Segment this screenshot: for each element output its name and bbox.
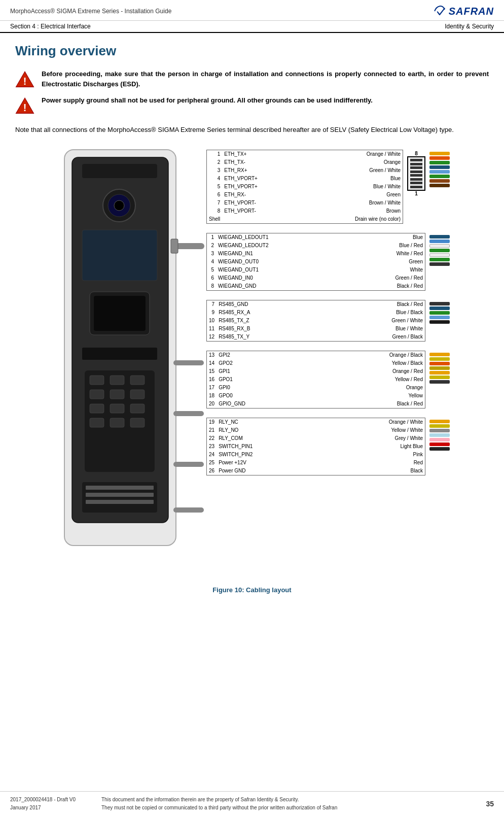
eth-table-row: ShellDrain wire (no color) <box>207 215 403 223</box>
power-table-row: 25Power +12VRed <box>207 459 425 467</box>
wire-eth-4 <box>429 165 450 169</box>
eth-conn-block: 1ETH_TX+Orange / White2ETH_TX-Orange3ETH… <box>206 150 403 224</box>
doc-subheader: Section 4 : Electrical Interface Identit… <box>0 21 504 33</box>
wiegand-wires <box>429 235 450 266</box>
wiegand-table-row: 8WIEGAND_GNDBlack / Red <box>207 282 425 290</box>
power-table-row: 23SWITCH_PIN1Light Blue <box>207 443 425 451</box>
eth-wires <box>429 152 450 187</box>
power-table-row: 22RLY_COMGrey / White <box>207 434 425 443</box>
svg-text:!: ! <box>23 102 27 113</box>
svg-rect-11 <box>82 230 157 281</box>
doc-header: MorphoAccess® SIGMA Extreme Series - Ins… <box>0 0 504 21</box>
warning-text-1: Before proceeding, make sure that the pe… <box>42 69 489 89</box>
svg-rect-13 <box>94 296 146 331</box>
rj45-pin <box>410 182 422 184</box>
wire-eth-2 <box>429 156 450 160</box>
eth-table-row: 6ETH_RX-Green <box>207 191 403 199</box>
figure-area: 1ETH_TX+Orange / White2ETH_TX-Orange3ETH… <box>15 145 489 594</box>
gpio-table-row: 20GPIO_GNDBlack / Red <box>207 400 425 408</box>
warning-text-2: Power supply ground shall not be used fo… <box>42 95 373 106</box>
eth-table-row: 3ETH_RX+Green / White <box>207 166 403 175</box>
rs485-wires <box>429 302 450 324</box>
svg-rect-19 <box>90 390 104 399</box>
identity-security-label: Identity & Security <box>445 23 494 30</box>
disclaimer-2: They must not be copied or communicated … <box>101 804 469 812</box>
wiegand-table-row: 3WIEGAND_IN1White / Red <box>207 250 425 258</box>
rj45-pin <box>410 159 422 161</box>
rs485-section: 7RS485_GNDBlack / Red9RS485_RX_ABlue / B… <box>206 300 450 347</box>
rs485-conn-block: 7RS485_GNDBlack / Red9RS485_RX_ABlue / B… <box>206 300 425 342</box>
eth-table-row: 4ETH_VPORT+Blue <box>207 175 403 183</box>
gpio-conn-block: 13GPI2Orange / Black14GPO2Yellow / Black… <box>206 351 425 409</box>
power-table-row: 24SWITCH_PIN2Pink <box>207 451 425 459</box>
rj45-diagram: 8 1 <box>407 151 425 196</box>
power-table-row: 26Power GNDBlack <box>207 467 425 475</box>
rj45-pin <box>410 171 422 173</box>
wire-eth-5 <box>429 170 450 174</box>
svg-rect-16 <box>90 376 104 385</box>
gpio-table-row: 13GPI2Orange / Black <box>207 351 425 359</box>
wire-eth-6 <box>429 175 450 178</box>
header-right: SAFRAN <box>433 4 494 18</box>
connector-tables-wrapper: 1ETH_TX+Orange / White2ETH_TX-Orange3ETH… <box>206 150 450 485</box>
gpio-table-row: 14GPO2Yellow / Black <box>207 359 425 367</box>
gpio-table-row: 17GPI0Orange <box>207 384 425 392</box>
svg-rect-31 <box>86 500 154 504</box>
svg-rect-26 <box>110 418 124 427</box>
wire-eth-8 <box>429 184 450 187</box>
power-conn-block: 19RLY_NCOrange / White21RLY_NOYellow / W… <box>206 418 425 475</box>
svg-rect-25 <box>90 418 104 427</box>
svg-point-10 <box>114 200 124 211</box>
power-table-row: 19RLY_NCOrange / White <box>207 418 425 426</box>
warning-row-1: ! Before proceeding, make sure that the … <box>15 69 489 89</box>
svg-text:!: ! <box>23 76 27 87</box>
eth-table-row: 5ETH_VPORT+Blue / White <box>207 183 403 191</box>
svg-rect-14 <box>82 348 157 360</box>
doc-footer: 2017_2000024418 - Draft V0 January 2017 … <box>0 791 504 816</box>
eth-table-row: 2ETH_TX-Orange <box>207 158 403 166</box>
wire-eth-1 <box>429 152 450 155</box>
rs485-table-row: 7RS485_GNDBlack / Red <box>207 300 425 309</box>
rs485-table-row: 11RS485_RX_BBlue / White <box>207 325 425 333</box>
wiegand-table-row: 2WIEGAND_LEDOUT2Blue / Red <box>207 242 425 250</box>
gpio-wires <box>429 353 450 384</box>
diagram-container: 1ETH_TX+Orange / White2ETH_TX-Orange3ETH… <box>54 145 450 581</box>
eth-section: 1ETH_TX+Orange / White2ETH_TX-Orange3ETH… <box>206 150 450 229</box>
page-title: Wiring overview <box>15 43 489 59</box>
svg-rect-29 <box>86 486 154 490</box>
main-content: Wiring overview ! Before proceeding, mak… <box>0 33 504 614</box>
gpio-table-row: 18GPO0Yellow <box>207 392 425 400</box>
rs485-table-row: 12RS485_TX_YGreen / Black <box>207 333 425 341</box>
logo-wrapper: SAFRAN <box>433 4 494 18</box>
power-wires <box>429 420 450 451</box>
svg-rect-24 <box>130 404 145 413</box>
rj45-pin <box>410 186 422 188</box>
brand-name: SAFRAN <box>449 6 494 17</box>
svg-rect-20 <box>110 390 124 399</box>
doc-title: MorphoAccess® SIGMA Extreme Series - Ins… <box>10 8 171 15</box>
wiegand-table-row: 1WIEGAND_LEDOUT1Blue <box>207 233 425 242</box>
rj45-pin <box>410 163 422 165</box>
wiegand-section: 1WIEGAND_LEDOUT1Blue2WIEGAND_LEDOUT2Blue… <box>206 233 450 296</box>
wire-eth-3 <box>429 161 450 164</box>
header-left: MorphoAccess® SIGMA Extreme Series - Ins… <box>10 8 171 15</box>
rj45-body <box>407 156 425 191</box>
wiegand-table-row: 6WIEGAND_IN0Green / Red <box>207 274 425 282</box>
section-label: Section 4 : Electrical Interface <box>10 23 91 30</box>
power-section: 19RLY_NCOrange / White21RLY_NOYellow / W… <box>206 418 450 481</box>
footer-center: This document and the information therei… <box>101 796 469 812</box>
gpio-table-row: 16GPO1Yellow / Red <box>207 376 425 384</box>
svg-rect-30 <box>86 493 154 497</box>
warning-row-2: ! Power supply ground shall not be used … <box>15 95 489 116</box>
svg-rect-23 <box>110 404 124 413</box>
svg-rect-7 <box>82 164 157 178</box>
eth-table-row: 8ETH_VPORT-Brown <box>207 207 403 215</box>
svg-rect-21 <box>130 390 145 399</box>
rs485-table-row: 10RS485_TX_ZGreen / White <box>207 317 425 325</box>
eth-table-row: 7ETH_VPORT-Brown / White <box>207 199 403 207</box>
warning-icon-2: ! <box>15 96 34 116</box>
rj45-pin <box>410 166 422 169</box>
wire-eth-7 <box>429 179 450 183</box>
safran-logo-icon <box>433 4 447 18</box>
disclaimer-1: This document and the information therei… <box>101 796 469 804</box>
